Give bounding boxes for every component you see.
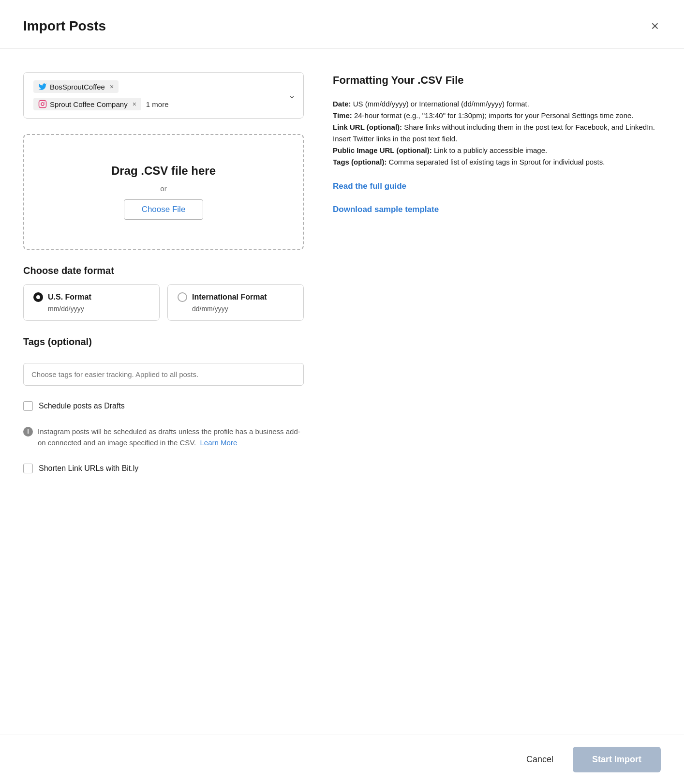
more-badge: 1 more — [146, 100, 169, 108]
import-posts-modal: Import Posts × BosSproutCoffee × — [0, 0, 684, 784]
remove-instagram-tag[interactable]: × — [131, 101, 136, 107]
left-panel: BosSproutCoffee × Sprout Coff — [23, 72, 304, 735]
date-formats: U.S. Format mm/dd/yyyy International For… — [23, 284, 304, 321]
info-note-text: Instagram posts will be scheduled as dra… — [38, 426, 304, 448]
bitly-checkbox[interactable] — [23, 464, 33, 473]
guide-item-2: Link URL (optional): Share links without… — [333, 121, 661, 145]
date-format-section: Choose date format U.S. Format mm/dd/yyy… — [23, 265, 304, 321]
drop-or: or — [160, 184, 166, 193]
learn-more-link[interactable]: Learn More — [200, 438, 238, 447]
us-format-radio[interactable] — [33, 292, 43, 302]
drop-zone[interactable]: Drag .CSV file here or Choose File — [23, 134, 304, 250]
choose-file-button[interactable]: Choose File — [124, 199, 204, 220]
cancel-button[interactable]: Cancel — [517, 749, 563, 770]
modal-title: Import Posts — [23, 18, 106, 34]
drop-text: Drag .CSV file here — [111, 164, 216, 178]
right-panel: Formatting Your .CSV File Date: US (mm/d… — [333, 72, 661, 735]
date-format-label: Choose date format — [23, 265, 304, 276]
intl-format-option[interactable]: International Format dd/mm/yyyy — [167, 284, 304, 321]
profiles-selector[interactable]: BosSproutCoffee × Sprout Coff — [23, 72, 304, 119]
info-note: i Instagram posts will be scheduled as d… — [23, 426, 304, 448]
tags-input[interactable] — [23, 363, 304, 386]
us-format-example: mm/dd/yyyy — [48, 305, 149, 313]
info-note-body: Instagram posts will be scheduled as dra… — [38, 427, 300, 447]
instagram-profile-name: Sprout Coffee Company — [50, 100, 128, 108]
intl-format-radio[interactable] — [178, 292, 187, 302]
intl-format-header: International Format — [178, 292, 294, 302]
intl-format-example: dd/mm/yyyy — [192, 305, 294, 313]
download-link[interactable]: Download sample template — [333, 205, 661, 214]
svg-point-1 — [41, 103, 44, 106]
profiles-chevron-button[interactable]: ⌄ — [288, 90, 296, 101]
read-guide-link[interactable]: Read the full guide — [333, 181, 661, 191]
profile-tag-twitter: BosSproutCoffee × — [33, 80, 119, 93]
guide-items-container: Date: US (mm/dd/yyyy) or International (… — [333, 98, 661, 168]
profile-tag-instagram: Sprout Coffee Company × — [33, 98, 141, 110]
close-button[interactable]: × — [649, 17, 661, 35]
tags-section: Tags (optional) — [23, 336, 304, 386]
svg-rect-0 — [39, 101, 46, 108]
twitter-icon — [38, 82, 47, 91]
modal-header: Import Posts × — [0, 0, 684, 49]
guide-item-4: Tags (optional): Comma separated list of… — [333, 156, 661, 168]
guide-item-0: Date: US (mm/dd/yyyy) or International (… — [333, 98, 661, 110]
twitter-profile-name: BosSproutCoffee — [50, 83, 105, 91]
intl-format-name: International Format — [192, 293, 267, 302]
instagram-icon — [38, 100, 47, 108]
remove-twitter-tag[interactable]: × — [108, 83, 114, 90]
us-format-name: U.S. Format — [48, 293, 91, 302]
us-format-header: U.S. Format — [33, 292, 149, 302]
right-heading: Formatting Your .CSV File — [333, 74, 661, 87]
tags-section-label: Tags (optional) — [23, 336, 304, 347]
drafts-label: Schedule posts as Drafts — [39, 402, 125, 410]
guide-item-1: Time: 24-hour format (e.g., "13:40" for … — [333, 110, 661, 121]
format-guide: Date: US (mm/dd/yyyy) or International (… — [333, 98, 661, 214]
profiles-row-2: Sprout Coffee Company × 1 more — [33, 98, 294, 110]
us-format-option[interactable]: U.S. Format mm/dd/yyyy — [23, 284, 160, 321]
modal-footer: Cancel Start Import — [0, 735, 684, 784]
drafts-checkbox[interactable] — [23, 401, 33, 411]
info-icon: i — [23, 427, 33, 437]
drafts-checkbox-row: Schedule posts as Drafts — [23, 401, 304, 411]
profiles-row-1: BosSproutCoffee × — [33, 80, 294, 93]
bitly-label: Shorten Link URLs with Bit.ly — [39, 464, 138, 473]
guide-item-3: Public Image URL (optional): Link to a p… — [333, 145, 661, 156]
bitly-checkbox-row: Shorten Link URLs with Bit.ly — [23, 464, 304, 473]
start-import-button[interactable]: Start Import — [573, 747, 661, 772]
modal-body: BosSproutCoffee × Sprout Coff — [0, 49, 684, 735]
svg-point-2 — [44, 102, 45, 103]
